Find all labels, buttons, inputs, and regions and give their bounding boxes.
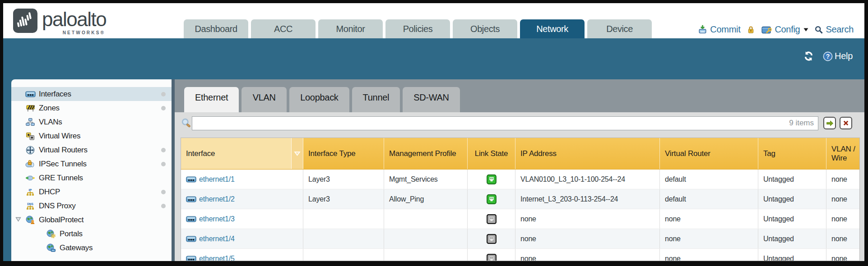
config-menu-button[interactable]: Config <box>761 24 808 35</box>
interface-link[interactable]: ethernet1/2 <box>199 195 235 203</box>
sidebar-item-label: Virtual Wires <box>39 132 80 141</box>
column-header-ip-address[interactable]: IP Address <box>515 138 660 169</box>
sidebar-item-label: Virtual Routers <box>39 146 88 155</box>
sidebar-item-icon <box>25 132 36 141</box>
interface-link[interactable]: ethernet1/1 <box>199 175 235 183</box>
interface-cell: ethernet1/4 <box>181 229 303 248</box>
filter-row: 9 items <box>175 112 864 138</box>
filter-input[interactable] <box>192 116 818 130</box>
sidebar-item[interactable]: GRE Tunnels <box>11 171 172 185</box>
column-header-interface-type[interactable]: Interface Type <box>303 138 384 169</box>
sidebar-item-label: DNS Proxy <box>39 202 75 211</box>
ip-address-cell: none <box>515 249 660 261</box>
table-row: ethernet1/5 none none Untagged none <box>181 249 859 261</box>
interface-subtab[interactable]: Ethernet <box>184 87 239 112</box>
help-icon: ? <box>823 51 833 61</box>
sidebar-item-icon: IP <box>25 188 36 197</box>
sidebar-item-label: Zones <box>39 104 60 113</box>
sidebar-item[interactable]: Zones <box>11 101 172 115</box>
search-button[interactable]: Search <box>815 24 854 35</box>
interface-link[interactable]: ethernet1/3 <box>199 215 235 223</box>
sidebar-item[interactable]: VLANs <box>11 115 172 129</box>
sidebar-splitter[interactable] <box>172 79 175 261</box>
link-state-icon <box>487 214 497 224</box>
svg-text:DNS: DNS <box>27 202 33 205</box>
primary-nav-tabs: DashboardACCMonitorPoliciesObjectsNetwor… <box>184 19 652 38</box>
sidebar-item[interactable]: DNS DNS Proxy <box>11 199 172 213</box>
column-header-link-state[interactable]: Link State <box>468 138 515 169</box>
expand-triangle-icon[interactable] <box>15 217 21 222</box>
link-state-icon <box>487 174 497 184</box>
link-state-icon <box>487 254 497 261</box>
ethernet-interface-icon <box>186 216 196 222</box>
brand-name: paloalto <box>42 8 106 30</box>
interface-cell: ethernet1/2 <box>181 189 303 209</box>
ip-address-cell: none <box>515 229 660 248</box>
commit-button[interactable]: Commit <box>698 24 740 35</box>
sidebar-item[interactable]: Virtual Wires <box>11 129 172 143</box>
sidebar-item-dot <box>161 106 166 110</box>
sort-dropdown[interactable] <box>291 138 303 169</box>
interface-subtab[interactable]: Loopback <box>289 87 349 112</box>
lock-button[interactable] <box>747 25 755 34</box>
vlan-wire-cell: none <box>826 249 860 261</box>
refresh-icon[interactable] <box>803 51 814 61</box>
clear-filter-button[interactable] <box>840 117 852 129</box>
interface-type-cell: Layer3 <box>303 189 384 209</box>
sidebar-item[interactable]: GlobalProtect <box>11 213 172 227</box>
column-header-tag[interactable]: Tag <box>758 138 826 169</box>
column-header-management-profile[interactable]: Management Profile <box>384 138 468 169</box>
primary-nav-tab[interactable]: Dashboard <box>184 19 248 38</box>
interface-subtab[interactable]: VLAN <box>241 87 287 112</box>
management-profile-cell: Allow_Ping <box>384 189 468 209</box>
sidebar-item[interactable]: IPSec Tunnels <box>11 157 172 171</box>
column-header-vlan-wire[interactable]: VLAN / Wire <box>826 138 860 169</box>
sidebar-item-dot <box>161 190 166 194</box>
table-row: ethernet1/3 none none Untagged none <box>181 209 859 229</box>
column-header-virtual-router[interactable]: Virtual Router <box>660 138 758 169</box>
teal-banner: ? Help <box>3 38 864 79</box>
sidebar-item[interactable]: Interfaces <box>11 87 172 101</box>
chevron-down-icon <box>803 28 808 32</box>
ethernet-interface-icon <box>186 236 196 242</box>
primary-nav-tab[interactable]: Objects <box>453 19 517 38</box>
primary-nav-tab[interactable]: Monitor <box>318 19 383 38</box>
interface-link[interactable]: ethernet1/4 <box>199 235 235 243</box>
sidebar-item-icon <box>25 216 36 225</box>
link-state-icon <box>487 234 497 244</box>
sidebar-item-icon <box>25 91 36 97</box>
help-button[interactable]: ? Help <box>823 51 853 61</box>
ip-address-cell: Internet_L3_203-0-113-254--24 <box>515 189 660 209</box>
primary-nav-tab[interactable]: ACC <box>251 19 316 38</box>
table-body: ethernet1/1 Layer3 Mgmt_Services VLAN010… <box>181 170 859 261</box>
primary-nav-tab[interactable]: Policies <box>385 19 450 38</box>
link-state-cell <box>468 249 515 261</box>
interface-link[interactable]: ethernet1/5 <box>199 255 235 261</box>
column-header-interface[interactable]: Interface <box>181 138 303 169</box>
table-row: ethernet1/4 none none Untagged none <box>181 229 859 249</box>
sidebar-item[interactable]: Portals <box>11 227 172 241</box>
interface-subtab[interactable]: Tunnel <box>352 87 400 112</box>
virtual-router-cell: none <box>660 249 758 261</box>
sidebar-item-label: IPSec Tunnels <box>39 160 87 169</box>
tag-cell: Untagged <box>758 249 826 261</box>
sidebar-item-dot <box>161 148 166 152</box>
interface-subtab[interactable]: SD-WAN <box>403 87 460 112</box>
sidebar-item[interactable]: IP DHCP <box>11 185 172 199</box>
header-actions: Commit Config Search <box>698 24 854 35</box>
sidebar-item-label: Portals <box>60 229 83 238</box>
tag-cell: Untagged <box>758 189 826 209</box>
sidebar-item-icon <box>25 146 36 155</box>
interface-cell: ethernet1/1 <box>181 170 303 189</box>
primary-nav-tab[interactable]: Network <box>520 19 585 38</box>
vlan-wire-cell: none <box>826 170 860 189</box>
primary-nav-tab[interactable]: Device <box>587 19 652 38</box>
sidebar: Interfaces Zones VLANs Virtual Wires <box>11 79 172 261</box>
interface-type-cell: Layer3 <box>303 170 384 189</box>
sidebar-item-icon <box>25 160 36 168</box>
sidebar-item[interactable]: Gateways <box>11 241 172 255</box>
sidebar-item[interactable]: Virtual Routers <box>11 143 172 157</box>
virtual-router-cell: none <box>660 229 758 248</box>
apply-filter-button[interactable] <box>823 117 836 129</box>
commit-icon <box>698 25 707 34</box>
